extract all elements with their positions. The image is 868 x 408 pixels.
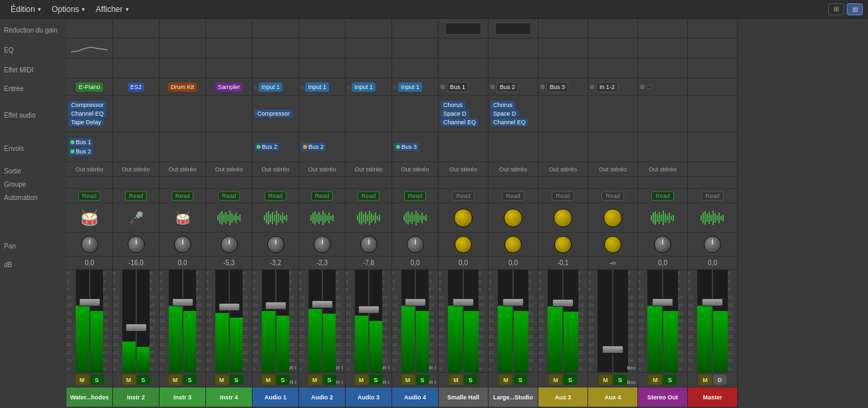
input-tag[interactable]: Input 1 — [305, 82, 329, 92]
fader-handle[interactable] — [405, 298, 426, 306]
mute-button[interactable]: M — [449, 375, 463, 385]
input-tag[interactable]: Sampler — [215, 82, 243, 92]
solo-button[interactable]: S — [90, 375, 104, 385]
input-tag[interactable]: Bus 2 — [496, 82, 518, 92]
mute-button[interactable]: M — [355, 375, 368, 385]
solo-button[interactable]: S — [183, 375, 197, 385]
channel-name[interactable]: Audio 2 — [299, 387, 345, 407]
effect-tag[interactable]: Tape Delay — [68, 118, 104, 126]
channel-name[interactable]: Instr 2 — [113, 387, 159, 407]
solo-button[interactable]: S — [464, 375, 477, 385]
input-tag[interactable]: Input 1 — [259, 82, 282, 92]
mute-button[interactable]: M — [262, 375, 275, 385]
pan-knob[interactable] — [604, 236, 621, 253]
send-tag[interactable]: Bus 2 — [68, 148, 93, 155]
level-knob[interactable] — [603, 209, 622, 227]
solo-button[interactable]: S — [514, 375, 527, 385]
send-tag[interactable]: Bus 2 — [255, 143, 279, 151]
channel-name[interactable]: Smalle Hall — [439, 387, 488, 407]
channel-name-row[interactable]: Audio 2 — [299, 387, 345, 407]
automation-button[interactable]: Read — [502, 191, 524, 201]
fader-handle[interactable] — [358, 306, 380, 314]
d-button[interactable]: D — [713, 375, 726, 385]
pan-knob[interactable] — [221, 236, 238, 253]
mixer-icon[interactable]: ▦ — [847, 3, 863, 15]
channel-name-row[interactable]: Aux 4 — [588, 387, 637, 407]
solo-button[interactable]: S — [137, 375, 150, 385]
effect-tag[interactable]: Channel EQ — [441, 118, 479, 126]
channel-name-row[interactable]: Aux 3 — [538, 387, 588, 407]
pan-knob[interactable] — [360, 236, 378, 253]
fader-handle[interactable] — [453, 298, 474, 306]
mute-button[interactable]: M — [649, 375, 662, 385]
automation-button[interactable]: Read — [171, 191, 194, 201]
automation-button[interactable]: Read — [601, 191, 624, 201]
automation-button[interactable]: Read — [218, 191, 241, 201]
channel-name-row[interactable]: Master — [688, 387, 737, 407]
input-tag[interactable]: Input 1 — [398, 82, 422, 92]
input-tag[interactable]: In 1-2 — [596, 82, 618, 92]
channel-name-row[interactable]: Audio 4 — [392, 387, 438, 407]
pan-knob[interactable] — [704, 236, 721, 253]
channel-name[interactable]: Master — [688, 387, 737, 407]
fader-handle[interactable] — [172, 298, 193, 306]
menu-edition[interactable]: Édition ▾ — [5, 3, 47, 15]
solo-button[interactable]: S — [370, 375, 383, 385]
automation-button[interactable]: Read — [404, 191, 427, 201]
channel-name[interactable]: Large...Studio — [488, 387, 538, 407]
fader-handle[interactable] — [602, 346, 623, 354]
channel-name[interactable]: Instr 4 — [206, 387, 252, 407]
input-tag[interactable]: ES2 — [128, 82, 144, 92]
input-tag[interactable]: Drum Kit — [168, 82, 197, 92]
fader-handle[interactable] — [702, 298, 723, 306]
pan-knob[interactable] — [504, 236, 522, 253]
input-tag[interactable]: Input 1 — [352, 82, 376, 92]
channel-name-row[interactable]: Audio 3 — [346, 387, 391, 407]
solo-button[interactable]: S — [564, 375, 577, 385]
solo-button[interactable]: S — [416, 375, 429, 385]
grid-icon[interactable]: ⊞ — [828, 3, 844, 15]
automation-button[interactable]: Read — [265, 191, 287, 201]
fader-handle[interactable] — [265, 302, 286, 310]
level-knob[interactable] — [504, 209, 522, 227]
automation-button[interactable]: Read — [125, 191, 148, 201]
channel-name-row[interactable]: Instr 2 — [113, 387, 159, 407]
automation-button[interactable]: Read — [452, 191, 475, 201]
send-tag[interactable]: Bus 2 — [301, 143, 326, 151]
fader-handle[interactable] — [502, 298, 524, 306]
channel-name[interactable]: Aux 4 — [588, 387, 637, 407]
effect-tag[interactable]: Channel EQ — [68, 110, 106, 118]
level-knob[interactable] — [554, 209, 572, 227]
automation-button[interactable]: Read — [311, 191, 334, 201]
input-tag[interactable]: Bus 1 — [447, 82, 469, 92]
fader-handle[interactable] — [652, 298, 673, 306]
pan-knob[interactable] — [174, 236, 191, 253]
channel-name-row[interactable]: Large...Studio — [488, 387, 538, 407]
send-tag[interactable]: Bus 1 — [68, 138, 93, 146]
channel-name[interactable]: Instr 3 — [160, 387, 205, 407]
pan-knob[interactable] — [654, 236, 671, 253]
mute-button[interactable]: M — [122, 375, 136, 385]
effect-tag[interactable]: Channel EQ — [490, 118, 528, 126]
channel-name[interactable]: Audio 3 — [346, 387, 391, 407]
send-tag[interactable]: Bus 3 — [394, 143, 419, 151]
channel-name-row[interactable]: Smalle Hall — [439, 387, 488, 407]
mute-button[interactable]: M — [549, 375, 562, 385]
effect-tag[interactable]: Space D — [441, 110, 469, 118]
solo-button[interactable]: S — [230, 375, 243, 385]
effect-tag[interactable]: Chorus — [441, 101, 465, 109]
mute-button[interactable]: M — [699, 375, 712, 385]
mute-button[interactable]: M — [308, 375, 322, 385]
mute-button[interactable]: M — [76, 375, 89, 385]
pan-knob[interactable] — [455, 236, 472, 253]
fader-handle[interactable] — [219, 303, 240, 311]
mute-button[interactable]: M — [499, 375, 512, 385]
mute-button[interactable]: M — [599, 375, 612, 385]
channel-name-row[interactable]: Instr 4 — [206, 387, 252, 407]
pan-knob[interactable] — [314, 236, 331, 253]
pan-knob[interactable] — [554, 236, 572, 253]
channel-name-row[interactable]: Stereo Out — [638, 387, 687, 407]
solo-button[interactable]: S — [323, 375, 336, 385]
channel-name[interactable]: Water...hodes — [66, 387, 112, 407]
fader-handle[interactable] — [312, 300, 333, 308]
